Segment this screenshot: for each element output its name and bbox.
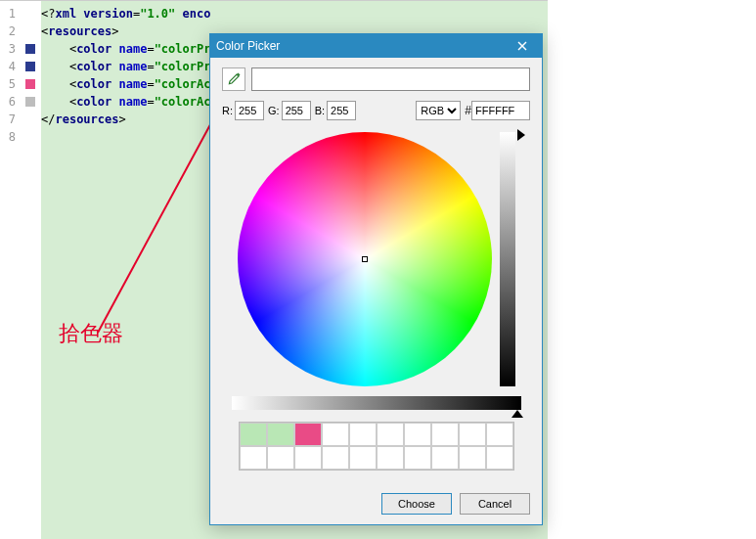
- close-icon: [517, 41, 527, 51]
- swatch-cell[interactable]: [267, 423, 294, 446]
- swatch-cell[interactable]: [486, 446, 513, 470]
- swatch-cell[interactable]: [267, 446, 294, 470]
- swatch-cell[interactable]: [294, 423, 322, 446]
- swatch-cell[interactable]: [486, 423, 513, 446]
- recent-swatches: [239, 422, 514, 471]
- line-number: 7: [0, 111, 20, 128]
- eyedropper-icon: [226, 71, 242, 87]
- gutter-swatch[interactable]: [25, 62, 35, 71]
- g-input[interactable]: [282, 101, 311, 120]
- code-area[interactable]: <?xml version="1.0" enco <resources> <co…: [41, 1, 225, 539]
- line-number: 2: [0, 22, 20, 40]
- swatch-cell[interactable]: [349, 446, 377, 470]
- dialog-title: Color Picker: [216, 39, 280, 53]
- swatch-cell[interactable]: [240, 423, 267, 446]
- swatch-cell[interactable]: [404, 446, 431, 470]
- color-picker-dialog: Color Picker R: G:: [209, 33, 543, 525]
- color-wheel-cursor[interactable]: [362, 256, 368, 262]
- slider-handle-icon[interactable]: [517, 129, 525, 141]
- color-mode-select[interactable]: RGB: [416, 101, 461, 120]
- r-input[interactable]: [235, 101, 264, 120]
- slider-handle-icon[interactable]: [511, 404, 523, 418]
- current-color-preview: [251, 67, 530, 91]
- gutter-swatch[interactable]: [25, 44, 35, 54]
- eyedropper-button[interactable]: [222, 67, 245, 91]
- swatch-cell[interactable]: [294, 446, 322, 470]
- close-button[interactable]: [509, 36, 536, 56]
- swatch-cell[interactable]: [431, 423, 459, 446]
- line-number: 4: [0, 58, 20, 75]
- swatch-cell[interactable]: [322, 446, 349, 470]
- hex-hash: #: [465, 104, 471, 117]
- swatch-cell[interactable]: [431, 446, 459, 470]
- line-number: 3: [0, 40, 20, 58]
- line-number: 8: [0, 128, 20, 146]
- r-label: R:: [222, 105, 233, 116]
- swatch-cell[interactable]: [459, 423, 486, 446]
- hex-input[interactable]: [471, 101, 530, 120]
- gutter-swatch[interactable]: [25, 79, 35, 89]
- line-number: 5: [0, 75, 20, 93]
- swatch-cell[interactable]: [404, 423, 431, 446]
- g-label: G:: [268, 105, 280, 116]
- gutter-swatch[interactable]: [25, 97, 35, 107]
- swatch-cell[interactable]: [377, 423, 404, 446]
- line-number: 1: [0, 5, 20, 22]
- dialog-titlebar[interactable]: Color Picker: [210, 34, 542, 58]
- b-input[interactable]: [327, 101, 356, 120]
- line-number: 6: [0, 93, 20, 111]
- swatch-cell[interactable]: [459, 446, 486, 470]
- swatch-cell[interactable]: [240, 446, 267, 470]
- saturation-slider[interactable]: [232, 396, 521, 410]
- line-gutter: 1 2 3 4 5 6 7 8: [0, 1, 20, 539]
- choose-button[interactable]: Choose: [381, 493, 452, 515]
- swatch-cell[interactable]: [322, 423, 349, 446]
- brightness-slider[interactable]: [500, 132, 515, 386]
- cancel-button[interactable]: Cancel: [460, 493, 530, 515]
- gutter-swatches: [20, 1, 41, 539]
- color-wheel[interactable]: [238, 132, 492, 386]
- swatch-cell[interactable]: [377, 446, 404, 470]
- annotation-label: 拾色器: [59, 319, 123, 348]
- swatch-cell[interactable]: [349, 423, 377, 446]
- b-label: B:: [315, 105, 325, 116]
